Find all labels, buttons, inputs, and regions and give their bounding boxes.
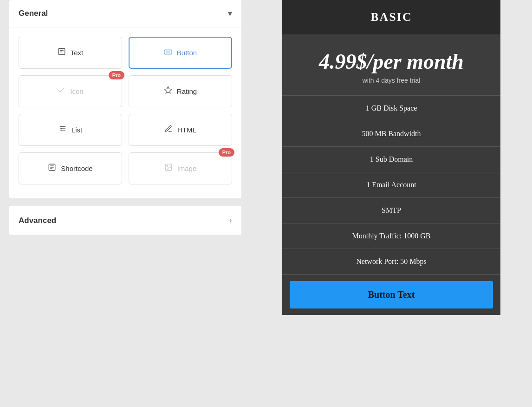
image-widget-icon [164,163,173,174]
pro-badge-icon: Pro [109,71,124,79]
right-panel: BASIC 4.99$/per month with 4 days free t… [251,0,532,407]
widget-list-label: List [71,126,82,134]
pricing-trial: with 4 days free trial [292,77,491,84]
feature-network: Network Port: 50 Mbps [282,249,500,275]
widget-text-label: Text [71,49,84,57]
left-panel: General ▾ Text [0,0,251,407]
expand-icon: › [229,216,232,225]
feature-bandwidth: 500 MB Bandwidth [282,121,500,147]
widget-shortcode[interactable]: Shortcode [19,152,122,184]
general-section: General ▾ Text [9,0,241,198]
widget-html-label: HTML [177,126,196,134]
list-widget-icon [58,125,67,135]
widgets-grid: Text Button Pro [9,27,241,189]
widget-image-label: Image [177,164,197,172]
widget-text[interactable]: Text [19,37,122,69]
icon-widget-icon [57,86,65,97]
svg-marker-5 [164,87,171,93]
widget-list[interactable]: List [19,114,122,146]
feature-email: 1 Email Account [282,172,500,198]
collapse-icon: ▾ [228,8,232,19]
widget-icon[interactable]: Pro Icon [19,75,122,107]
widget-button-label: Button [177,49,197,57]
pro-badge-image: Pro [219,148,234,157]
text-widget-icon [58,47,66,58]
pricing-header: BASIC [282,0,500,34]
widget-rating[interactable]: Rating [129,75,232,107]
svg-rect-0 [58,48,65,55]
html-widget-icon [164,125,173,135]
pricing-price-section: 4.99$/per month with 4 days free trial [282,34,500,96]
pricing-price: 4.99$/per month [292,49,491,74]
feature-smtp: SMTP [282,198,500,223]
shortcode-widget-icon [48,163,56,174]
feature-subdomain: 1 Sub Domain [282,147,500,172]
feature-disk-space: 1 GB Disk Space [282,96,500,121]
general-section-title: General [19,9,48,18]
widget-image[interactable]: Pro Image [129,152,232,184]
general-section-header[interactable]: General ▾ [9,0,241,27]
pricing-card: BASIC 4.99$/per month with 4 days free t… [282,0,500,315]
feature-traffic: Monthly Traffic: 1000 GB [282,223,500,249]
svg-point-16 [167,165,168,166]
pricing-button-section: Button Text [282,275,500,315]
widget-html[interactable]: HTML [129,114,232,146]
pricing-plan-name: BASIC [292,10,490,24]
widget-button[interactable]: Button [129,37,232,69]
widget-rating-label: Rating [177,87,197,95]
button-widget-icon [164,48,172,58]
advanced-section: Advanced › [9,206,241,235]
pricing-cta-button[interactable]: Button Text [290,281,493,309]
advanced-section-title: Advanced [19,216,56,225]
rating-widget-icon [164,86,172,97]
widget-icon-label: Icon [70,87,83,95]
advanced-section-header[interactable]: Advanced › [9,206,241,235]
widget-shortcode-label: Shortcode [61,164,92,172]
